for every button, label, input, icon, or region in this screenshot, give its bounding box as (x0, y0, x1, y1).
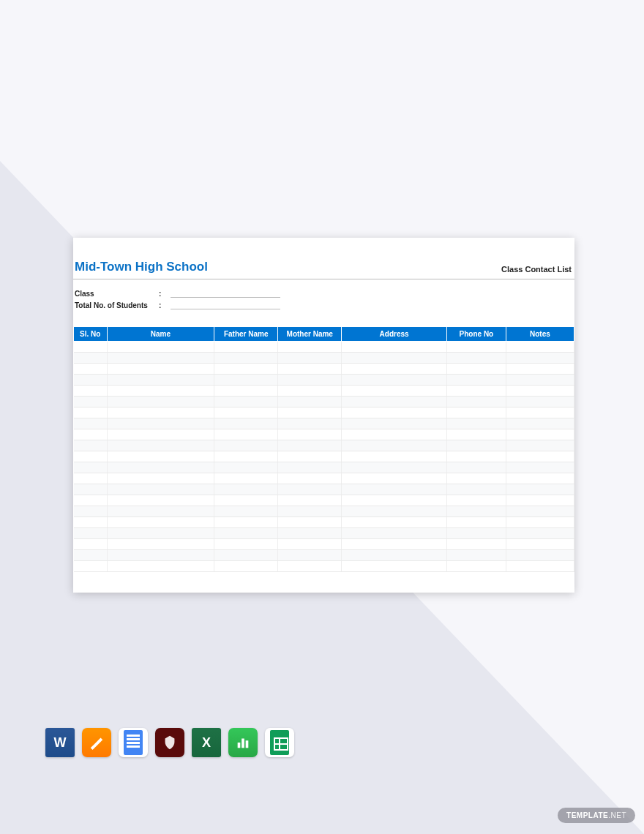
table-cell (74, 397, 108, 407)
table-cell (342, 353, 447, 364)
table-cell (214, 375, 278, 386)
table-cell (506, 364, 574, 375)
table-row (74, 473, 574, 484)
table-cell (342, 451, 447, 462)
table-cell (214, 451, 278, 462)
watermark-brand: TEMPLATE (566, 811, 608, 819)
table-cell (278, 473, 342, 484)
svg-rect-0 (238, 743, 241, 748)
table-row (74, 550, 574, 561)
table-cell (278, 539, 342, 550)
table-cell (342, 375, 447, 386)
table-cell (214, 364, 278, 375)
table-cell (506, 462, 574, 473)
table-cell (342, 517, 447, 528)
table-cell (278, 407, 342, 418)
field-row: Class : (75, 290, 573, 298)
col-header: Phone No (446, 327, 506, 342)
table-cell (506, 429, 574, 440)
table-cell (342, 539, 447, 550)
table-cell (107, 484, 214, 495)
svg-rect-1 (242, 739, 244, 748)
table-cell (107, 429, 214, 440)
table-cell (506, 397, 574, 407)
table-cell (74, 495, 108, 506)
table-cell (107, 386, 214, 397)
table-cell (214, 342, 278, 353)
table-cell (74, 539, 108, 550)
table-header-row: Sl. No Name Father Name Mother Name Addr… (74, 327, 574, 342)
table-cell (107, 462, 214, 473)
table-cell (342, 342, 447, 353)
col-header: Mother Name (278, 327, 342, 342)
col-header: Name (107, 327, 214, 342)
table-cell (74, 506, 108, 517)
table-cell (214, 473, 278, 484)
numbers-icon[interactable] (228, 728, 258, 757)
table-cell (74, 364, 108, 375)
table-cell (446, 407, 506, 418)
word-icon[interactable] (45, 728, 75, 757)
table-cell (506, 517, 574, 528)
table-cell (74, 517, 108, 528)
table-cell (446, 484, 506, 495)
table-cell (342, 506, 447, 517)
table-cell (74, 561, 108, 572)
table-cell (506, 386, 574, 397)
table-cell (342, 429, 447, 440)
table-cell (107, 397, 214, 407)
table-cell (74, 550, 108, 561)
field-row: Total No. of Students : (75, 301, 573, 309)
table-cell (342, 561, 447, 572)
table-cell (446, 473, 506, 484)
table-cell (214, 407, 278, 418)
table-cell (214, 440, 278, 451)
pdf-icon[interactable] (155, 728, 184, 757)
col-header: Father Name (214, 327, 278, 342)
table-cell (214, 353, 278, 364)
table-row (74, 506, 574, 517)
table-cell (278, 550, 342, 561)
table-cell (74, 375, 108, 386)
table-cell (506, 550, 574, 561)
table-cell (214, 418, 278, 429)
table-cell (278, 342, 342, 353)
table-cell (446, 342, 506, 353)
table-cell (74, 451, 108, 462)
table-cell (342, 407, 447, 418)
table-row (74, 407, 574, 418)
field-line (171, 290, 280, 298)
table-row (74, 375, 574, 386)
table-cell (107, 473, 214, 484)
table-cell (107, 375, 214, 386)
table-cell (278, 386, 342, 397)
pages-icon[interactable] (82, 728, 111, 757)
table-cell (278, 484, 342, 495)
table-row (74, 451, 574, 462)
table-row (74, 429, 574, 440)
table-cell (74, 528, 108, 539)
table-cell (506, 484, 574, 495)
table-cell (342, 484, 447, 495)
table-row (74, 528, 574, 539)
table-row (74, 353, 574, 364)
table-row (74, 440, 574, 451)
google-docs-icon[interactable] (119, 728, 148, 757)
table-cell (278, 561, 342, 572)
doc-header: Mid-Town High School Class Contact List (73, 260, 574, 279)
table-cell (342, 495, 447, 506)
table-cell (74, 484, 108, 495)
table-cell (214, 397, 278, 407)
excel-icon[interactable] (192, 728, 221, 757)
table-cell (278, 462, 342, 473)
table-cell (506, 375, 574, 386)
google-sheets-icon[interactable] (265, 728, 294, 757)
table-cell (446, 517, 506, 528)
table-cell (446, 550, 506, 561)
contact-table: Sl. No Name Father Name Mother Name Addr… (73, 326, 574, 572)
table-row (74, 462, 574, 473)
table-cell (74, 353, 108, 364)
table-cell (446, 495, 506, 506)
table-cell (107, 506, 214, 517)
table-cell (446, 418, 506, 429)
